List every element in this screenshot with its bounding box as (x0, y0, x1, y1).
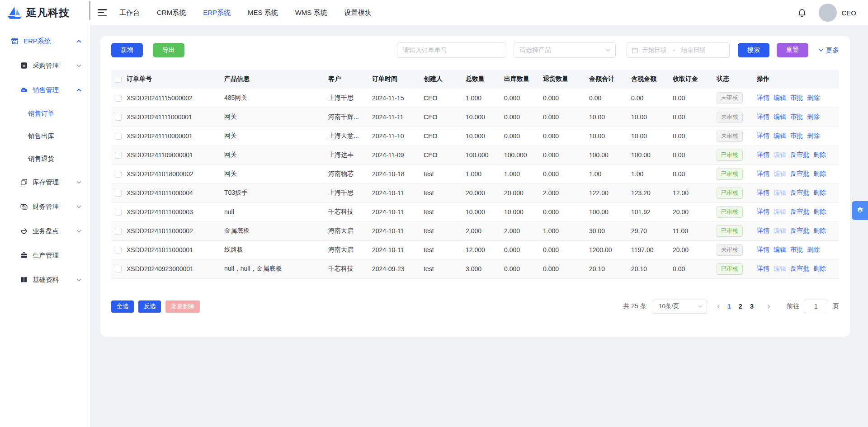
invert-selection-button[interactable]: 反选 (138, 300, 161, 313)
nav-item-settings[interactable]: 设置模块 (344, 9, 372, 17)
prev-page-button[interactable] (713, 304, 724, 309)
row-checkbox[interactable] (115, 247, 122, 253)
page-button-1[interactable]: 1 (727, 303, 731, 310)
action-delete[interactable]: 删除 (807, 132, 820, 139)
action-detail[interactable]: 详情 (757, 151, 769, 158)
cell-product: 金属底板 (224, 221, 328, 240)
action-unapprove[interactable]: 反审批 (790, 208, 809, 215)
action-detail[interactable]: 详情 (757, 113, 769, 120)
notification-bell-icon[interactable] (797, 8, 807, 18)
action-detail[interactable]: 详情 (757, 189, 769, 196)
chevron-down-icon (76, 228, 82, 234)
brand-name: 延凡科技 (26, 6, 70, 20)
cell-order-no: XSDD20241110000001 (127, 127, 224, 145)
nav-item-workbench[interactable]: 工作台 (119, 9, 140, 17)
action-edit[interactable]: 编辑 (774, 113, 786, 120)
more-toggle[interactable]: 更多 (818, 46, 839, 55)
action-delete[interactable]: 删除 (813, 208, 826, 215)
action-detail[interactable]: 详情 (757, 132, 769, 139)
sidebar-subitem-sales-order[interactable]: 销售订单 (0, 102, 90, 125)
row-checkbox[interactable] (115, 133, 122, 140)
action-delete[interactable]: 删除 (813, 189, 826, 196)
action-edit[interactable]: 编辑 (774, 94, 786, 101)
action-edit[interactable]: 编辑 (774, 246, 786, 253)
add-button[interactable]: 新增 (111, 43, 143, 57)
action-delete[interactable]: 删除 (807, 113, 820, 120)
action-unapprove[interactable]: 反审批 (790, 151, 809, 158)
page-size-select[interactable]: 10条/页 (653, 300, 707, 314)
action-unapprove[interactable]: 反审批 (790, 227, 809, 234)
sidebar-subitem-sales-return[interactable]: 销售退货 (0, 147, 90, 170)
nav-item-erp[interactable]: ERP系统 (203, 9, 231, 17)
action-edit[interactable]: 编辑 (774, 132, 786, 139)
row-checkbox[interactable] (115, 228, 122, 235)
order-no-input[interactable] (397, 42, 506, 58)
row-checkbox[interactable] (115, 171, 122, 178)
search-button[interactable]: 搜索 (738, 43, 769, 57)
action-delete[interactable]: 删除 (813, 151, 826, 158)
user-label[interactable]: CEO (841, 9, 856, 17)
action-unapprove[interactable]: 反审批 (790, 189, 809, 196)
action-delete[interactable]: 删除 (813, 227, 826, 234)
page-button-2[interactable]: 2 (739, 303, 742, 310)
reset-button[interactable]: 重置 (777, 43, 808, 57)
action-delete[interactable]: 删除 (807, 246, 820, 253)
select-all-button[interactable]: 全选 (111, 300, 134, 313)
cell-customer: 河南物芯 (328, 164, 372, 183)
sidebar-item-sales[interactable]: 销售管理 (0, 78, 90, 102)
settings-gear-button[interactable] (852, 201, 868, 220)
row-checkbox[interactable] (115, 209, 122, 216)
nav-item-crm[interactable]: CRM系统 (157, 9, 186, 17)
select-all-checkbox[interactable] (115, 76, 122, 83)
row-checkbox[interactable] (115, 95, 122, 102)
top-nav: 工作台CRM系统ERP系统MES 系统WMS 系统设置模块 (119, 9, 372, 17)
chevron-down-icon (698, 304, 703, 309)
row-checkbox[interactable] (115, 152, 122, 159)
action-delete[interactable]: 删除 (807, 94, 820, 101)
sidebar-subitem-sales-outbound[interactable]: 销售出库 (0, 125, 90, 147)
action-delete[interactable]: 删除 (813, 170, 826, 177)
date-range-picker[interactable]: 开始日期 - 结束日期 (627, 42, 730, 58)
export-button[interactable]: 导出 (153, 43, 184, 57)
row-checkbox[interactable] (115, 114, 122, 121)
status-badge: 已审核 (717, 206, 743, 218)
sidebar-scrollbar[interactable] (89, 1, 90, 20)
row-checkbox[interactable] (115, 190, 122, 197)
goto-page-input[interactable] (804, 300, 828, 313)
row-checkbox[interactable] (115, 266, 122, 272)
sidebar-item-basedata[interactable]: 基础资料 (0, 267, 90, 292)
action-unapprove[interactable]: 反审批 (790, 265, 809, 272)
page-button-3[interactable]: 3 (750, 303, 754, 310)
action-detail[interactable]: 详情 (757, 170, 769, 177)
action-approve[interactable]: 审批 (790, 113, 803, 120)
menu-collapse-icon[interactable] (98, 9, 107, 16)
date-separator: - (673, 47, 675, 54)
action-detail[interactable]: 详情 (757, 246, 769, 253)
action-approve[interactable]: 审批 (790, 94, 803, 101)
sidebar-item-erp[interactable]: ERP系统 (0, 29, 90, 53)
sidebar-item-finance[interactable]: 财务管理 (0, 194, 90, 219)
sidebar-item-production[interactable]: 生产管理 (0, 243, 90, 267)
action-detail[interactable]: 详情 (757, 265, 769, 272)
nav-item-mes[interactable]: MES 系统 (248, 9, 278, 17)
action-delete[interactable]: 删除 (813, 265, 826, 272)
column-header: 出库数量 (504, 70, 543, 89)
action-approve[interactable]: 审批 (790, 132, 803, 139)
action-detail[interactable]: 详情 (757, 227, 769, 234)
next-page-button[interactable] (764, 304, 774, 309)
product-select[interactable]: 请选择产品 (514, 42, 616, 58)
action-detail[interactable]: 详情 (757, 94, 769, 101)
cell-amount: 10.00 (589, 127, 631, 145)
cell-return-qty: 0.000 (543, 127, 589, 145)
action-detail[interactable]: 详情 (757, 208, 769, 215)
sidebar-item-purchase[interactable]: A采购管理 (0, 53, 90, 78)
sidebar-item-stocktake[interactable]: 业务盘点 (0, 219, 90, 243)
action-approve[interactable]: 审批 (790, 246, 803, 253)
nav-item-wms[interactable]: WMS 系统 (295, 9, 327, 17)
action-unapprove[interactable]: 反审批 (790, 170, 809, 177)
sidebar-item-inventory[interactable]: 库存管理 (0, 170, 90, 194)
column-header: 订单时间 (372, 70, 424, 89)
date-start-placeholder: 开始日期 (642, 46, 666, 54)
avatar[interactable] (819, 4, 837, 22)
cell-deposit: 0.00 (673, 259, 717, 278)
